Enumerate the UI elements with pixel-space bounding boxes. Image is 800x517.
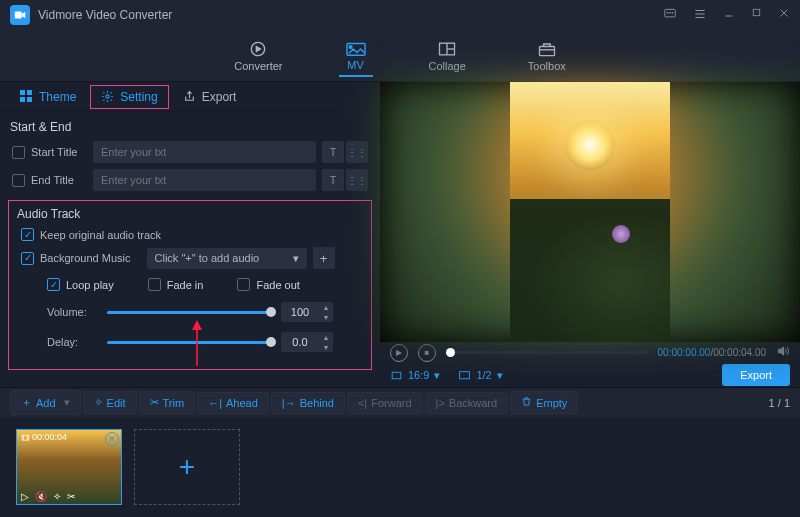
play-button[interactable]: ▶ xyxy=(390,344,408,362)
feedback-icon[interactable] xyxy=(663,7,677,23)
svg-point-25 xyxy=(106,94,109,97)
edit-button[interactable]: ✧Edit xyxy=(83,391,137,414)
end-title-checkbox[interactable] xyxy=(12,174,25,187)
clip-remove-button[interactable]: ✕ xyxy=(105,432,119,446)
clip-trim-icon[interactable]: ✂ xyxy=(67,491,75,502)
delay-slider[interactable] xyxy=(107,341,271,344)
mv-icon xyxy=(345,39,367,57)
nav-converter[interactable]: Converter xyxy=(228,36,288,76)
svg-rect-26 xyxy=(392,372,401,379)
end-text-options-button[interactable]: ⋮⋮ xyxy=(346,169,368,191)
maximize-icon[interactable] xyxy=(751,7,762,23)
volume-up[interactable]: ▲ xyxy=(319,302,333,312)
delay-spinbox[interactable]: 0.0 ▲▼ xyxy=(281,332,333,352)
loop-checkbox[interactable]: ✓ xyxy=(47,278,60,291)
chevron-down-icon: ▾ xyxy=(434,369,440,382)
titlebar: Vidmore Video Converter xyxy=(0,0,800,30)
minimize-icon[interactable] xyxy=(723,7,735,23)
fade-out-checkbox[interactable] xyxy=(237,278,250,291)
collage-icon xyxy=(436,40,458,58)
delay-up[interactable]: ▲ xyxy=(319,332,333,342)
clip-edit-icon[interactable]: ✧ xyxy=(53,491,61,502)
export-button[interactable]: Export xyxy=(722,364,790,386)
menu-icon[interactable] xyxy=(693,7,707,23)
start-text-options-button[interactable]: ⋮⋮ xyxy=(346,141,368,163)
svg-rect-0 xyxy=(15,12,22,19)
chevron-down-icon: ▾ xyxy=(497,369,503,382)
converter-icon xyxy=(247,40,269,58)
start-title-input[interactable] xyxy=(93,141,316,163)
fade-in-checkbox[interactable] xyxy=(148,278,161,291)
aspect-ratio-dropdown[interactable]: 16:9 ▾ xyxy=(390,369,440,382)
stop-button[interactable]: ■ xyxy=(418,344,436,362)
app-logo xyxy=(10,5,30,25)
nav-mv[interactable]: MV xyxy=(339,35,373,77)
toolbox-icon xyxy=(536,40,558,58)
add-clip-button[interactable]: + xyxy=(134,429,240,505)
export-icon xyxy=(183,90,197,104)
volume-icon[interactable] xyxy=(776,344,790,361)
add-button[interactable]: ＋Add▾ xyxy=(10,390,81,415)
volume-slider[interactable] xyxy=(107,311,271,314)
ahead-button[interactable]: ←|Ahead xyxy=(197,392,269,414)
start-title-label: Start Title xyxy=(31,146,87,158)
behind-icon: |→ xyxy=(282,397,296,409)
time-display: 00:00:00.00/00:00:04.00 xyxy=(658,347,766,358)
main-nav: Converter MV Collage Toolbox xyxy=(0,30,800,82)
start-end-heading: Start & End xyxy=(0,112,380,138)
preview-area xyxy=(380,82,800,342)
wand-icon: ✧ xyxy=(94,396,103,409)
page-label: 1 / 1 xyxy=(769,397,790,409)
clip-thumbnail[interactable]: 00:00:04 ✕ ▷ 🔇 ✧ ✂ xyxy=(16,429,122,505)
audio-track-section: Audio Track ✓ Keep original audio track … xyxy=(8,200,372,370)
delay-down[interactable]: ▼ xyxy=(319,342,333,352)
svg-rect-23 xyxy=(20,97,25,102)
nav-toolbox[interactable]: Toolbox xyxy=(522,36,572,76)
clip-play-icon[interactable]: ▷ xyxy=(21,491,29,502)
close-icon[interactable] xyxy=(778,7,790,23)
backward-button[interactable]: |>Backward xyxy=(425,392,509,414)
trim-button[interactable]: ✂Trim xyxy=(139,391,196,414)
audio-heading: Audio Track xyxy=(17,207,363,225)
tab-export[interactable]: Export xyxy=(173,86,247,108)
theme-icon xyxy=(20,90,34,104)
behind-button[interactable]: |→Behind xyxy=(271,392,345,414)
scale-dropdown[interactable]: 1/2 ▾ xyxy=(458,369,502,382)
svg-rect-24 xyxy=(27,97,32,102)
svg-marker-13 xyxy=(257,46,261,51)
svg-rect-21 xyxy=(20,90,25,95)
bg-music-checkbox[interactable]: ✓ xyxy=(21,252,34,265)
start-title-checkbox[interactable] xyxy=(12,146,25,159)
volume-down[interactable]: ▼ xyxy=(319,312,333,322)
svg-point-4 xyxy=(672,12,673,13)
nav-collage[interactable]: Collage xyxy=(423,36,472,76)
scissors-icon: ✂ xyxy=(150,396,159,409)
svg-point-15 xyxy=(349,45,352,48)
tab-setting[interactable]: Setting xyxy=(90,85,168,109)
svg-point-2 xyxy=(667,12,668,13)
chevron-down-icon: ▾ xyxy=(64,396,70,409)
plus-icon: ＋ xyxy=(21,395,32,410)
clip-duration: 00:00:04 xyxy=(21,432,67,442)
svg-rect-19 xyxy=(539,46,554,55)
forward-button[interactable]: <|Forward xyxy=(347,392,423,414)
timeline[interactable] xyxy=(446,351,648,354)
clip-mute-icon[interactable]: 🔇 xyxy=(35,491,47,502)
empty-button[interactable]: Empty xyxy=(510,391,578,414)
ahead-icon: ←| xyxy=(208,397,222,409)
end-text-style-button[interactable]: T xyxy=(322,169,344,191)
start-text-style-button[interactable]: T xyxy=(322,141,344,163)
volume-spinbox[interactable]: 100 ▲▼ xyxy=(281,302,333,322)
end-title-label: End Title xyxy=(31,174,87,186)
end-title-input[interactable] xyxy=(93,169,316,191)
forward-icon: <| xyxy=(358,397,367,409)
svg-rect-27 xyxy=(460,372,470,379)
keep-audio-checkbox[interactable]: ✓ xyxy=(21,228,34,241)
tab-theme[interactable]: Theme xyxy=(10,86,86,108)
svg-rect-9 xyxy=(753,9,759,15)
backward-icon: |> xyxy=(436,397,445,409)
add-audio-button[interactable]: + xyxy=(313,247,335,269)
bg-music-dropdown[interactable]: Click "+" to add audio ▾ xyxy=(147,248,307,269)
preview-video[interactable] xyxy=(510,82,670,342)
gear-icon xyxy=(101,90,115,104)
